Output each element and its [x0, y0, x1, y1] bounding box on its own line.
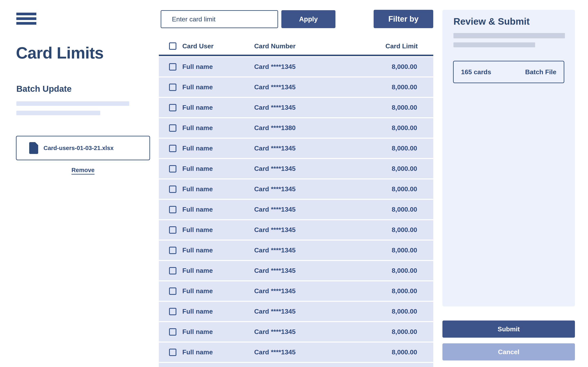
table-row: Full nameCard ****13458,000.00 — [159, 322, 433, 342]
column-header-card-user: Card User — [182, 39, 214, 53]
card-limit-cell: 8,000.00 — [392, 261, 417, 280]
card-limit-cell: 8,000.00 — [392, 322, 417, 342]
menu-button[interactable] — [16, 13, 36, 25]
card-user-cell: Full name — [182, 98, 213, 117]
card-limit-cell: 8,000.00 — [392, 342, 417, 362]
table-row: Full nameCard ****13458,000.00 — [159, 98, 433, 117]
card-user-cell: Full name — [182, 118, 213, 138]
card-number-cell: Card ****1345 — [254, 77, 296, 97]
card-user-cell: Full name — [182, 281, 213, 301]
table-row: Full nameCard ****13458,000.00 — [159, 302, 433, 321]
card-limit-cell: 8,000.00 — [392, 57, 417, 76]
card-number-cell: Card ****1345 — [254, 159, 296, 178]
placeholder-bar — [453, 33, 565, 38]
hamburger-icon — [16, 17, 36, 20]
card-limit-cell: 8,000.00 — [392, 139, 417, 158]
card-limit-cell: 8,000.00 — [392, 220, 417, 240]
apply-button[interactable]: Apply — [281, 10, 336, 28]
card-user-cell: Full name — [182, 57, 213, 76]
hamburger-icon — [16, 13, 36, 15]
table-body: Full nameCard ****13458,000.00Full nameC… — [159, 57, 433, 367]
card-number-cell: Card ****1345 — [254, 139, 296, 158]
page-title: Card Limits — [16, 44, 104, 62]
card-number-cell: Card ****1345 — [254, 98, 296, 117]
batch-summary-card: 165 cards Batch File — [453, 61, 564, 83]
table-row: Full nameCard ****13458,000.00 — [159, 57, 433, 76]
card-user-cell: Full name — [182, 159, 213, 178]
card-number-cell: Card ****1345 — [254, 281, 296, 301]
card-user-cell: Full name — [182, 302, 213, 321]
batch-update-heading: Batch Update — [16, 84, 72, 94]
select-all-checkbox[interactable] — [169, 42, 176, 50]
card-user-cell: Full name — [182, 220, 213, 240]
row-checkbox[interactable] — [169, 349, 176, 356]
uploaded-file-card: Card-users-01-03-21.xlsx — [16, 136, 150, 160]
card-number-cell: Card ****1380 — [254, 118, 296, 138]
card-user-cell: Full name — [182, 261, 213, 280]
row-checkbox[interactable] — [169, 104, 176, 111]
card-user-cell: Full name — [182, 200, 213, 219]
cards-count: 165 cards — [461, 68, 491, 76]
card-limit-cell: 8,000.00 — [392, 302, 417, 321]
card-limit-cell: 8,000.00 — [392, 77, 417, 97]
row-checkbox[interactable] — [169, 226, 176, 234]
card-number-cell: Card ****1345 — [254, 261, 296, 280]
batch-file-label: Batch File — [525, 68, 556, 76]
row-checkbox[interactable] — [169, 267, 176, 275]
card-limit-input[interactable] — [161, 10, 278, 28]
card-number-cell: Card ****1345 — [254, 342, 296, 362]
row-checkbox[interactable] — [169, 206, 176, 213]
table-header-divider — [159, 55, 433, 56]
row-checkbox[interactable] — [169, 165, 176, 173]
card-number-cell: Card ****1345 — [254, 220, 296, 240]
row-checkbox[interactable] — [169, 185, 176, 193]
submit-button[interactable]: Submit — [442, 320, 575, 338]
card-limit-cell: 8,000.00 — [392, 200, 417, 219]
row-checkbox[interactable] — [169, 83, 176, 91]
toolbar: Apply Filter by — [159, 10, 433, 28]
filter-by-button[interactable]: Filter by — [374, 10, 433, 28]
row-checkbox[interactable] — [169, 247, 176, 254]
placeholder-bar — [453, 42, 535, 47]
card-user-cell: Full name — [182, 139, 213, 158]
table-row: Full nameCard ****13458,000.00 — [159, 241, 433, 260]
card-user-cell: Full name — [182, 241, 213, 260]
review-panel: Review & Submit 165 cards Batch File — [442, 10, 575, 307]
table-row: Full nameCard ****13458,000.00 — [159, 179, 433, 199]
table-header: Card User Card Number Card Limit — [159, 39, 433, 53]
card-limit-cell: 8,000.00 — [392, 98, 417, 117]
card-limit-cell: 8,000.00 — [392, 159, 417, 178]
card-limits-app: Card Limits Batch Update Card-users-01-0… — [0, 0, 588, 367]
card-number-cell: Card ****1345 — [254, 57, 296, 76]
remove-file-link[interactable]: Remove — [16, 167, 150, 175]
table-row: Full nameCard ****13458,000.00 — [159, 200, 433, 219]
card-user-cell: Full name — [182, 77, 213, 97]
row-checkbox[interactable] — [169, 63, 176, 71]
card-user-cell: Full name — [182, 322, 213, 342]
card-limit-cell: 8,000.00 — [392, 281, 417, 301]
card-number-cell: Card ****1345 — [254, 302, 296, 321]
cancel-button[interactable]: Cancel — [442, 343, 575, 360]
column-header-card-number: Card Number — [254, 39, 296, 53]
table-row: Full nameCard ****13458,000.00 — [159, 342, 433, 362]
card-table-section: Apply Filter by Card User Card Number Ca… — [159, 0, 433, 367]
table-row: Full nameCard ****13458,000.00 — [159, 261, 433, 280]
table-row: Full nameCard ****13458,000.00 — [159, 77, 433, 97]
table-row: Full nameCard ****13808,000.00 — [159, 118, 433, 138]
row-checkbox[interactable] — [169, 145, 176, 152]
table-row: Full nameCard ****13458,000.00 — [159, 363, 433, 367]
row-checkbox[interactable] — [169, 308, 176, 315]
table-row: Full nameCard ****13458,000.00 — [159, 159, 433, 178]
card-number-cell: Card ****1345 — [254, 322, 296, 342]
card-limit-cell: 8,000.00 — [392, 179, 417, 199]
placeholder-bar — [16, 101, 129, 106]
review-title: Review & Submit — [453, 16, 530, 27]
uploaded-file-name: Card-users-01-03-21.xlsx — [43, 145, 113, 151]
document-icon — [29, 142, 38, 154]
card-number-cell: Card ****1345 — [254, 363, 296, 367]
hamburger-icon — [16, 22, 36, 25]
row-checkbox[interactable] — [169, 328, 176, 336]
row-checkbox[interactable] — [169, 124, 176, 132]
placeholder-bar — [16, 111, 100, 115]
row-checkbox[interactable] — [169, 287, 176, 295]
